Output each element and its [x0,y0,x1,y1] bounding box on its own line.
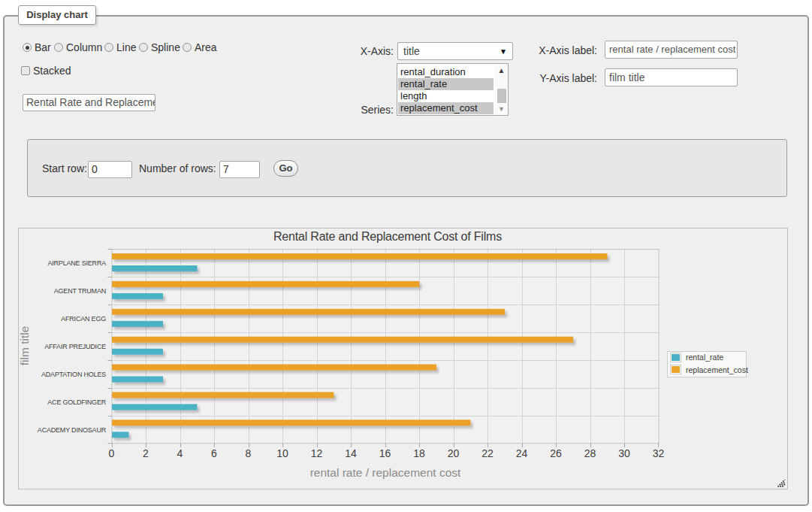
svg-text:30: 30 [618,447,630,459]
svg-text:0: 0 [109,447,115,459]
svg-text:22: 22 [481,447,494,459]
svg-text:24: 24 [516,447,528,459]
svg-text:32: 32 [653,447,665,459]
svg-text:AIRPLANE SIERRA: AIRPLANE SIERRA [47,259,106,267]
svg-text:28: 28 [584,447,596,459]
svg-text:6: 6 [211,447,217,459]
svg-text:ACADEMY DINOSAUR: ACADEMY DINOSAUR [38,426,107,434]
svg-text:ACE GOLDFINGER: ACE GOLDFINGER [47,398,106,406]
svg-text:10: 10 [276,447,288,459]
svg-text:16: 16 [379,447,391,459]
svg-text:film title: film title [19,326,31,366]
svg-text:AFRICAN EGG: AFRICAN EGG [61,315,106,323]
svg-text:rental rate / replacement cost: rental rate / replacement cost [310,466,461,479]
svg-text:Rental Rate and Replacement Co: Rental Rate and Replacement Cost of Film… [273,230,502,243]
svg-text:AGENT TRUMAN: AGENT TRUMAN [54,287,106,295]
svg-text:2: 2 [143,447,149,459]
svg-text:26: 26 [550,447,562,459]
svg-text:AFFAIR PREJUDICE: AFFAIR PREJUDICE [44,343,106,350]
svg-text:4: 4 [177,447,183,459]
svg-text:14: 14 [345,447,357,459]
svg-text:20: 20 [448,447,460,459]
svg-text:ADAPTATION HOLES: ADAPTATION HOLES [41,371,106,378]
svg-text:8: 8 [246,447,252,459]
svg-text:12: 12 [311,447,323,459]
svg-text:18: 18 [413,447,425,459]
